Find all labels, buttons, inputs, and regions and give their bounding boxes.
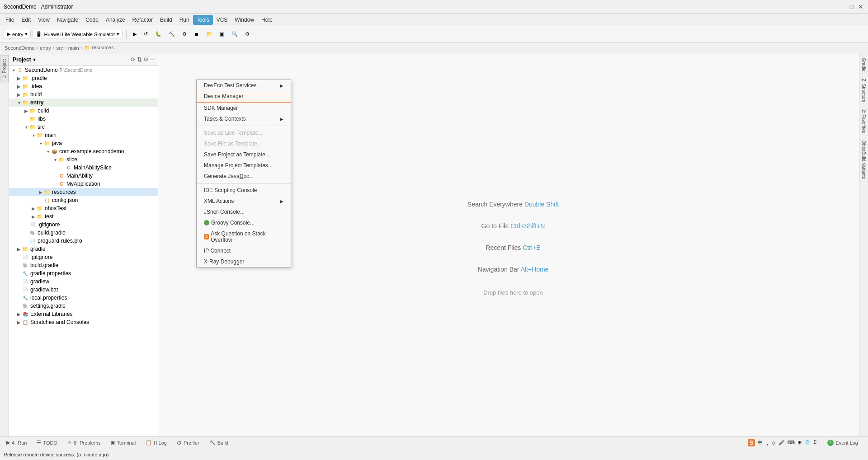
tree-item-java[interactable]: ▾ 📁 java [9, 139, 158, 147]
sync-icon[interactable]: ⟳ [131, 56, 136, 63]
menu-xray-debugger[interactable]: X-Ray Debugger [197, 256, 291, 267]
tree-item-entry-libs[interactable]: 📁 libs [9, 115, 158, 123]
tab-terminal[interactable]: ▣ Terminal [106, 438, 141, 447]
tab-build[interactable]: 🔨 Build [205, 438, 233, 447]
tree-item-entry[interactable]: ▾ 📁 entry [9, 99, 158, 107]
structure-tab[interactable]: Z: Structure [860, 76, 867, 105]
tree-item-main-ability-slice[interactable]: C MainAbilitySlice [9, 164, 158, 172]
tree-item-gradle-hidden[interactable]: ▶ 📁 .gradle [9, 74, 158, 82]
run-button[interactable]: ▶ [130, 30, 139, 38]
menu-edit[interactable]: Edit [18, 15, 34, 25]
tree-item-gradle-folder[interactable]: ▶ 📁 gradle [9, 245, 158, 253]
ohos-tab[interactable]: OhosBuild Variants [860, 138, 867, 182]
tree-item-test[interactable]: ▶ 📁 test [9, 212, 158, 221]
tree-item-config-json[interactable]: { } config.json [9, 196, 158, 204]
gear-button[interactable]: ⚙ [242, 30, 252, 38]
breadcrumb-part-5[interactable]: 📁 resources [84, 45, 113, 51]
menu-refactor[interactable]: Refactor [129, 15, 156, 25]
menu-analyze[interactable]: Analyze [102, 15, 129, 25]
settings-button[interactable]: ⚙ [179, 30, 189, 38]
tab-run[interactable]: ▶ 4: Run [2, 438, 31, 447]
tree-item-root[interactable]: ▾ S SecondDemo F:\SecondDemo [9, 66, 158, 74]
breadcrumb-part-3[interactable]: src [56, 45, 63, 51]
tree-item-proguard[interactable]: 📄 proguard-rules.pro [9, 237, 158, 245]
menu-xml-actions[interactable]: XML Actions ▶ [197, 196, 291, 207]
tree-item-package[interactable]: ▾ 📦 com.example.seconddemo [9, 147, 158, 155]
tab-todo[interactable]: ☰ TODO [32, 438, 62, 447]
favorites-tab[interactable]: 2: Favorites [860, 107, 867, 136]
tab-profiler[interactable]: ⏱ Profiler [172, 439, 204, 447]
close-button[interactable]: ✕ [857, 3, 864, 10]
maximize-button[interactable]: □ [848, 3, 855, 10]
menu-help[interactable]: Help [258, 15, 276, 25]
menu-run[interactable]: Run [176, 15, 193, 25]
tree-item-ohos-test[interactable]: ▶ 📁 ohosTest [9, 204, 158, 212]
menu-vcs[interactable]: VCS [213, 15, 231, 25]
tree-item-build-gradle-entry[interactable]: 🐘 build.gradle [9, 229, 158, 237]
menu-navigate[interactable]: Navigate [53, 15, 82, 25]
build-tab-icon: 🔨 [209, 440, 216, 446]
menu-groovy-console[interactable]: Groovy Console... [197, 217, 291, 228]
menu-manage-templates[interactable]: Manage Project Templates... [197, 160, 291, 171]
breadcrumb-part-4[interactable]: main [68, 45, 79, 51]
collapse-icon[interactable]: ⇅ [137, 56, 142, 63]
rerun-button[interactable]: ↺ [141, 30, 151, 38]
menu-file[interactable]: File [2, 15, 18, 25]
tree-item-gradlew-bat[interactable]: 📄 gradlew.bat [9, 286, 158, 294]
tab-hilog[interactable]: 📋 HiLog [141, 438, 171, 447]
minimize-button[interactable]: ─ [839, 3, 846, 10]
tree-item-slice[interactable]: ▾ 📁 slice [9, 155, 158, 164]
tree-item-idea[interactable]: ▶ 📁 .idea [9, 82, 158, 90]
menu-build[interactable]: Build [156, 15, 176, 25]
tree-item-main[interactable]: ▾ 📁 main [9, 131, 158, 139]
tree-item-scratches[interactable]: ▶ 📋 Scratches and Consoles [9, 318, 158, 326]
tree-item-entry-build[interactable]: ▶ 📁 build [9, 107, 158, 115]
app-title: SecondDemo - Administrator [4, 4, 73, 10]
settings-icon[interactable]: ⚙ [143, 56, 149, 63]
tree-item-settings-gradle[interactable]: 🐘 settings.gradle [9, 302, 158, 310]
project-tab[interactable]: 1: Project [0, 55, 9, 82]
build-button[interactable]: 🔨 [166, 30, 178, 38]
menu-window[interactable]: Window [231, 15, 258, 25]
menu-generate-javadoc[interactable]: Generate JavaDoc... [197, 171, 291, 182]
event-log-button[interactable]: ! Event Log [823, 438, 863, 447]
tree-item-external-libs[interactable]: ▶ 📚 External Libraries [9, 310, 158, 318]
tree-item-entry-src[interactable]: ▾ 📁 src [9, 123, 158, 131]
tree-item-resources[interactable]: ▶ 📁 resources [9, 188, 158, 196]
stop-button[interactable]: ⏹ [191, 30, 202, 38]
breadcrumb-part-2[interactable]: entry [40, 45, 51, 51]
menu-ip-connect[interactable]: IP Connect [197, 245, 291, 256]
menu-tasks-contexts[interactable]: Tasks & Contexts ▶ [197, 113, 291, 124]
tree-item-build-gradle-root[interactable]: 🐘 build.gradle [9, 261, 158, 269]
tree-item-main-ability[interactable]: C MainAbility [9, 172, 158, 180]
breadcrumb-part-1[interactable]: SecondDemo [5, 45, 35, 51]
run-tab-num: 4: [12, 440, 16, 446]
gradle-tab[interactable]: Gradle [860, 55, 867, 74]
tree-item-gitignore-entry[interactable]: 📄 .gitignore [9, 221, 158, 229]
menu-tools[interactable]: Tools [193, 15, 213, 25]
menu-code[interactable]: Code [82, 15, 102, 25]
menu-ask-stackoverflow[interactable]: S Ask Question on Stack Overflow [197, 228, 291, 245]
debug-button[interactable]: 🐛 [152, 30, 164, 38]
menu-view[interactable]: View [34, 15, 53, 25]
tree-item-my-application[interactable]: C MyApplication [9, 180, 158, 188]
tree-item-gradlew[interactable]: 📄 gradlew [9, 277, 158, 286]
menu-save-project-template[interactable]: Save Project as Template... [197, 149, 291, 160]
tree-item-gradle-properties[interactable]: 🔧 gradle.properties [9, 269, 158, 277]
layout-button[interactable]: ▣ [217, 30, 227, 38]
simulator-selector[interactable]: 📱 Huawei Lite Wearable Simulator ▾ [33, 30, 123, 38]
menu-sdk-manager[interactable]: SDK Manager [197, 103, 291, 113]
tab-problems[interactable]: ⚠ 6: Problems [63, 438, 105, 447]
search-toolbar-button[interactable]: 🔍 [229, 30, 241, 38]
tree-item-build-root[interactable]: ▶ 📁 build [9, 90, 158, 99]
open-button[interactable]: 📁 [203, 30, 215, 38]
groovy-icon [204, 220, 209, 225]
tree-item-local-properties[interactable]: 🔧 local.properties [9, 294, 158, 302]
hide-icon[interactable]: ─ [150, 56, 154, 63]
menu-jshell-console[interactable]: JShell Console... [197, 207, 291, 217]
menu-deveco-test[interactable]: DevEco Test Services ▶ [197, 80, 291, 91]
tree-item-gitignore-root[interactable]: 📄 .gitignore [9, 253, 158, 261]
run-config-selector[interactable]: ▶ entry ▾ [4, 30, 31, 38]
menu-device-manager[interactable]: Device Manager [197, 91, 291, 103]
menu-ide-scripting-console[interactable]: IDE Scripting Console [197, 185, 291, 196]
